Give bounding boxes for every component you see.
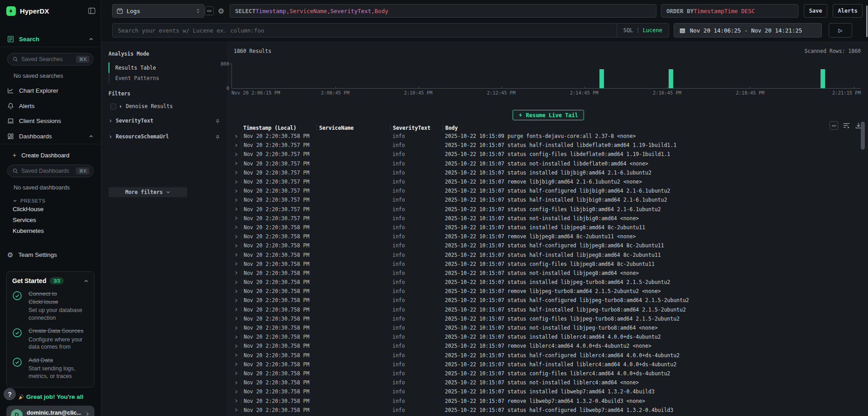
col-header-servicename[interactable]: ServiceName (316, 125, 390, 131)
table-row[interactable]: Nov 20 2:20:30.758 PMinfo2025-10-22 10:1… (231, 287, 858, 296)
expand-row-icon[interactable] (231, 225, 241, 229)
table-row[interactable]: Nov 20 2:20:30.758 PMinfo2025-10-22 10:1… (231, 223, 858, 232)
date-range-picker[interactable]: Nov 20 14:06:25 - Nov 20 14:21:25 (674, 23, 822, 38)
expand-row-icon[interactable] (231, 344, 241, 348)
saved-searches-input[interactable]: Saved Searches ⌘K (7, 53, 94, 66)
lang-sql-label[interactable]: SQL (623, 27, 633, 33)
lang-lucene-label[interactable]: Lucene (643, 27, 662, 33)
expand-row-icon[interactable] (231, 298, 241, 303)
expand-row-icon[interactable] (231, 289, 241, 293)
table-row[interactable]: Nov 20 2:20:30.758 PMinfo2025-10-22 10:1… (231, 406, 858, 415)
chart-bar[interactable] (599, 69, 604, 88)
preset-kubernetes[interactable]: Kubernetes (13, 227, 44, 234)
expand-row-icon[interactable] (231, 152, 241, 156)
table-row[interactable]: Nov 20 2:20:30.758 PMinfo2025-10-22 10:1… (231, 269, 858, 278)
collapse-sidebar-icon[interactable] (88, 8, 95, 14)
table-row[interactable]: Nov 20 2:20:30.758 PMinfo2025-10-22 10:1… (231, 232, 858, 241)
get-started-step[interactable]: Create Data Sources Configure where your… (12, 327, 89, 351)
col-header-severitytext[interactable]: SeverityText (390, 125, 443, 131)
expand-row-icon[interactable] (231, 216, 241, 220)
sidebar-item-client-sessions[interactable]: Client Sessions (0, 115, 101, 126)
expand-row-icon[interactable] (231, 134, 241, 138)
expand-row-icon[interactable] (231, 271, 241, 275)
table-row[interactable]: Nov 20 2:20:30.758 PMinfo2025-10-22 10:1… (231, 378, 858, 387)
expand-row-icon[interactable] (231, 326, 241, 330)
chart-bar[interactable] (821, 69, 825, 88)
expand-row-icon[interactable] (231, 180, 241, 184)
table-row[interactable]: Nov 20 2:20:30.758 PMinfo2025-10-22 10:1… (231, 250, 858, 259)
orderby-query-input[interactable]: ORDER BY TimestampTime DESC (661, 4, 798, 18)
expand-row-icon[interactable] (231, 189, 241, 193)
user-menu[interactable]: D dominic.tran@clic... dominic.tran@clic… (6, 406, 94, 416)
expand-row-icon[interactable] (231, 408, 241, 412)
run-query-button[interactable]: ▷ (829, 23, 852, 38)
pin-icon[interactable] (215, 134, 221, 140)
expand-row-icon[interactable] (231, 390, 241, 394)
expand-row-icon[interactable] (231, 244, 241, 248)
table-row[interactable]: Nov 20 2:20:30.758 PMinfo2025-10-22 10:1… (231, 332, 858, 341)
table-row[interactable]: Nov 20 2:20:30.757 PMinfo2025-10-22 10:1… (231, 186, 858, 195)
expand-row-icon[interactable] (231, 362, 241, 366)
table-row[interactable]: Nov 20 2:20:30.758 PMinfo2025-10-22 10:1… (231, 260, 858, 269)
table-row[interactable]: Nov 20 2:20:30.758 PMinfo2025-10-22 10:1… (231, 360, 858, 369)
more-filters-button[interactable]: More filters (108, 187, 187, 197)
chart-bar[interactable] (669, 69, 673, 88)
table-row[interactable]: Nov 20 2:20:30.757 PMinfo2025-10-22 10:1… (231, 205, 858, 214)
source-select[interactable]: Logs (112, 4, 204, 18)
saved-dashboards-input[interactable]: Saved Dashboards ⌘K (7, 165, 94, 177)
create-dashboard-button[interactable]: + Create Dashboard (0, 150, 101, 161)
expand-row-icon[interactable] (231, 253, 241, 257)
expand-row-icon[interactable] (231, 235, 241, 239)
table-row[interactable]: Nov 20 2:20:30.758 PMinfo2025-10-22 10:1… (231, 314, 858, 323)
preset-services[interactable]: Services (13, 217, 36, 223)
table-row[interactable]: Nov 20 2:20:30.758 PMinfo2025-10-22 10:1… (231, 387, 858, 396)
get-started-step[interactable]: Add Data Start sending logs, metrics, or… (12, 356, 89, 380)
table-row[interactable]: Nov 20 2:20:30.758 PMinfo2025-10-22 10:1… (231, 278, 858, 287)
table-row[interactable]: Nov 20 2:20:30.758 PMinfo2025-10-22 10:1… (231, 323, 858, 332)
get-started-step[interactable]: Connect to ClickHouse Set up your databa… (12, 290, 89, 321)
alerts-button[interactable]: Alerts (833, 4, 863, 18)
table-row[interactable]: Nov 20 2:20:30.758 PMinfo2025-10-22 10:1… (231, 351, 858, 360)
expand-row-icon[interactable] (231, 143, 241, 147)
sidebar-item-alerts[interactable]: Alerts (0, 100, 101, 111)
sidebar-item-dashboards[interactable]: Dashboards (0, 131, 101, 142)
table-row[interactable]: Nov 20 2:20:30.757 PMinfo2025-10-22 10:1… (231, 159, 858, 168)
chevron-up-icon[interactable] (84, 279, 89, 284)
table-row[interactable]: Nov 20 2:20:30.757 PMinfo2025-10-22 10:1… (231, 195, 858, 204)
preset-clickhouse[interactable]: ClickHouse (13, 206, 43, 213)
col-header-timestamp[interactable]: Timestamp (Local) (241, 125, 316, 131)
table-row[interactable]: Nov 20 2:20:30.757 PMinfo2025-10-22 10:1… (231, 141, 858, 150)
table-row[interactable]: Nov 20 2:20:30.757 PMinfo2025-10-22 10:1… (231, 214, 858, 223)
mode-results-table[interactable]: Results Table (108, 62, 221, 73)
sidebar-item-search[interactable]: Search (0, 33, 101, 44)
expand-row-icon[interactable] (231, 170, 241, 175)
table-row[interactable]: Nov 20 2:20:30.758 PMinfo2025-10-22 10:1… (231, 296, 858, 305)
table-row[interactable]: Nov 20 2:20:30.758 PMinfo2025-10-22 10:1… (231, 132, 858, 141)
mode-event-patterns[interactable]: Event Patterns (108, 73, 221, 83)
expand-row-icon[interactable] (231, 353, 241, 357)
col-header-body[interactable]: Body (443, 125, 858, 131)
sidebar-item-team-settings[interactable]: ⚙ Team Settings (0, 249, 101, 260)
table-row[interactable]: Nov 20 2:20:30.757 PMinfo2025-10-22 10:1… (231, 168, 858, 177)
sidebar-item-chart-explorer[interactable]: Chart Explorer (0, 85, 101, 96)
table-row[interactable]: Nov 20 2:20:30.758 PMinfo2025-10-22 10:1… (231, 241, 858, 250)
select-query-input[interactable]: SELECT Timestamp,ServiceName,SeverityTex… (230, 4, 656, 18)
pin-icon[interactable] (215, 118, 221, 124)
expand-row-icon[interactable] (231, 371, 241, 375)
table-row[interactable]: Nov 20 2:20:30.758 PMinfo2025-10-22 10:1… (231, 396, 858, 405)
presets-toggle[interactable]: PRESETS (0, 195, 101, 206)
filter-group-resourceschemaurl[interactable]: ResourceSchemaUrl (108, 132, 221, 141)
expand-row-icon[interactable] (231, 280, 241, 284)
expand-row-icon[interactable] (231, 307, 241, 312)
expand-row-icon[interactable] (231, 317, 241, 321)
expand-row-icon[interactable] (231, 335, 241, 339)
denoise-results-row[interactable]: ◐ Denoise Results (108, 102, 221, 110)
expand-row-icon[interactable] (231, 262, 241, 266)
table-row[interactable]: Nov 20 2:20:30.757 PMinfo2025-10-22 10:1… (231, 177, 858, 186)
denoise-checkbox[interactable] (110, 104, 116, 109)
filter-group-severitytext[interactable]: SeverityText (108, 117, 221, 125)
table-row[interactable]: Nov 20 2:20:30.757 PMinfo2025-10-22 10:1… (231, 150, 858, 159)
expand-row-icon[interactable] (231, 207, 241, 211)
save-button[interactable]: Save (804, 4, 827, 18)
table-row[interactable]: Nov 20 2:20:30.758 PMinfo2025-10-22 10:1… (231, 369, 858, 378)
